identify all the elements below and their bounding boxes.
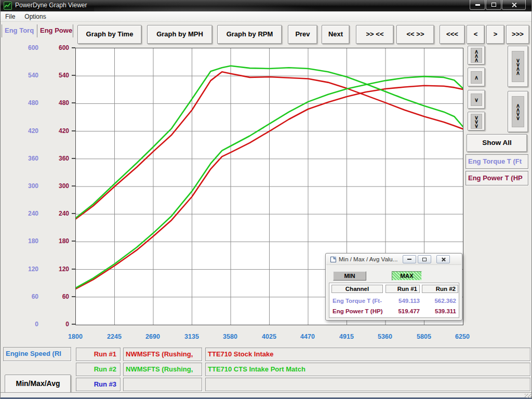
y-tickmark — [72, 269, 75, 270]
menu-options[interactable]: Options — [20, 12, 50, 21]
power-channel-label: Eng Power T (HP — [466, 171, 528, 185]
rpm-xtick-label: 4470 — [292, 333, 323, 341]
power-ytick-label: 360 — [1, 155, 69, 162]
y-scale-up-fast-button[interactable]: ∧∧∧ — [468, 46, 485, 65]
minmax-table: Channel Run #1 Run #2 Eng Torque T (Ft- … — [329, 283, 459, 318]
window-maximize-button[interactable] — [486, 0, 501, 10]
run3-desc-box — [205, 378, 530, 391]
power-run2-max: 539.311 — [422, 308, 456, 314]
scroll-right-fast-button[interactable]: >>> — [506, 25, 529, 44]
minimize-icon — [475, 4, 480, 6]
maximize-icon — [422, 258, 427, 261]
power-run1-max: 519.477 — [385, 308, 420, 314]
maximize-icon — [491, 3, 496, 7]
column-header-run1[interactable]: Run #1 — [385, 285, 420, 293]
run2-label-box: Run #2 — [76, 363, 121, 376]
max-toggle-button[interactable]: MAX — [392, 271, 422, 281]
tab-eng-torque[interactable]: Eng Torq — [2, 24, 36, 37]
x-channel-box: Engine Speed (RI — [3, 347, 71, 361]
dialog-title-bar[interactable]: Min / Max / Avg Valu... — [326, 254, 461, 265]
power-ytick-label: 480 — [1, 99, 69, 107]
y-zoom-in-button[interactable]: ∨∨∧∧ — [508, 46, 528, 87]
y-zoom-out-button[interactable]: ∧∧∨∨ — [508, 91, 528, 132]
scroll-right-button[interactable]: > — [486, 25, 504, 44]
y-tickmark — [72, 185, 75, 187]
tab-eng-power[interactable]: Eng Powe — [37, 24, 73, 37]
rpm-xtick-label: 1800 — [60, 333, 91, 341]
power-ytick-label: 120 — [1, 265, 69, 273]
zoom-in-x-button[interactable]: >> << — [356, 25, 394, 44]
column-header-channel[interactable]: Channel — [331, 285, 383, 293]
rpm-xtick-label: 6250 — [447, 333, 478, 341]
triple-down-chevron-icon: ∨∨∨ — [473, 115, 480, 128]
dialog-close-button[interactable] — [436, 255, 450, 263]
graph-by-mph-button[interactable]: Graph by MPH — [147, 25, 212, 44]
converge-chevrons-icon: ∨∨∧∧ — [515, 58, 522, 75]
y-tickmark — [72, 47, 75, 48]
torque-run1-max: 549.113 — [385, 298, 420, 304]
rpm-xtick-label: 3135 — [176, 333, 207, 341]
resize-grip-icon[interactable] — [525, 394, 531, 398]
minmax-dialog: Min / Max / Avg Valu... MIN MAX Channel … — [325, 253, 462, 321]
close-icon — [441, 257, 446, 262]
torque-run2-max: 562.362 — [422, 298, 456, 304]
rpm-xtick-label: 4025 — [254, 333, 285, 341]
show-all-button[interactable]: Show All — [467, 134, 527, 152]
next-button[interactable]: Next — [322, 25, 350, 44]
run2-file-box: NWMSFTS (Rushing, — [123, 363, 202, 376]
y-tickmark — [72, 130, 75, 131]
y-tickmark — [72, 241, 75, 242]
window-title: PowerDyne Graph Viewer — [15, 2, 87, 9]
zoom-out-x-button[interactable]: << >> — [396, 25, 434, 44]
rpm-xtick-label: 2245 — [99, 333, 130, 341]
window-minimize-button[interactable] — [470, 0, 485, 10]
run3-file-box — [123, 378, 202, 391]
window-close-button[interactable] — [502, 0, 526, 10]
dialog-title: Min / Max / Avg Valu... — [339, 256, 397, 262]
window-bottom-edge — [1, 392, 532, 399]
down-chevron-icon: ∨ — [473, 98, 480, 102]
power-ytick-label: 420 — [1, 127, 69, 135]
dialog-maximize-button[interactable] — [418, 255, 431, 263]
rpm-xtick-label: 3580 — [215, 333, 246, 341]
scroll-left-button[interactable]: < — [467, 25, 485, 44]
graph-by-time-button[interactable]: Graph by Time — [77, 25, 142, 44]
prev-button[interactable]: Prev — [288, 25, 317, 44]
power-ytick-label: 300 — [1, 182, 69, 190]
rpm-xtick-label: 5805 — [408, 333, 440, 341]
power-ytick-label: 180 — [1, 237, 69, 245]
torque-channel-label: Eng Torque T (Ft — [466, 154, 528, 169]
menu-bar: File Options — [1, 11, 532, 22]
dialog-minimize-button[interactable] — [403, 255, 416, 263]
power-ytick-label: 600 — [1, 44, 69, 51]
scroll-left-fast-button[interactable]: <<< — [440, 25, 465, 44]
menu-file[interactable]: File — [1, 12, 20, 21]
graph-by-rpm-button[interactable]: Graph by RPM — [217, 25, 282, 44]
torque-row-label: Eng Torque T (Ft- — [332, 298, 382, 304]
power-ytick-label: 60 — [1, 293, 69, 300]
y-tickmark — [72, 75, 75, 76]
y-tickmark — [72, 324, 75, 325]
y-tickmark — [72, 158, 75, 159]
y-scale-down-button[interactable]: ∨ — [468, 90, 485, 109]
power-ytick-label: 540 — [1, 72, 69, 79]
power-row-label: Eng Power T (HP) — [332, 308, 382, 314]
min-toggle-button[interactable]: MIN — [333, 271, 366, 281]
y-scale-up-button[interactable]: ∧ — [468, 68, 485, 87]
column-header-run2[interactable]: Run #2 — [422, 285, 458, 293]
minmaxavg-button[interactable]: Min/Max/Avg — [5, 375, 71, 393]
up-chevron-icon: ∧ — [473, 75, 480, 79]
titlebar-gloss — [94, 0, 354, 11]
rpm-xtick-label: 5360 — [369, 333, 401, 341]
triple-up-chevron-icon: ∧∧∧ — [473, 49, 480, 62]
run1-label-box: Run #1 — [76, 348, 121, 361]
app-icon — [4, 2, 12, 10]
power-ytick-label: 240 — [1, 210, 69, 217]
minimize-icon — [407, 259, 411, 260]
y-scale-down-fast-button[interactable]: ∨∨∨ — [468, 112, 485, 131]
title-bar[interactable]: PowerDyne Graph Viewer — [1, 0, 532, 11]
run3-label-box: Run #3 — [76, 378, 121, 391]
diverge-chevrons-icon: ∧∧∨∨ — [515, 103, 522, 120]
run2-desc-box: TTE710 CTS Intake Port Match — [205, 363, 530, 376]
run1-desc-box: TTE710 Stock Intake — [205, 348, 530, 361]
